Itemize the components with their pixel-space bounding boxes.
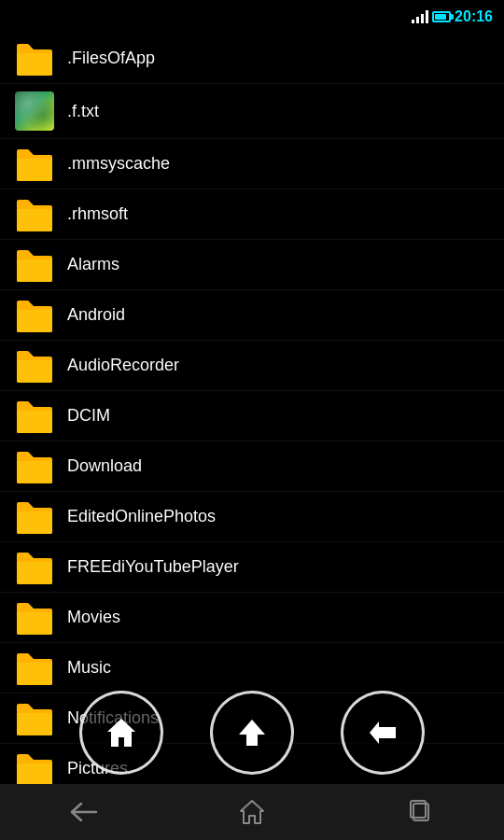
signal-icon — [412, 10, 428, 23]
file-name: AudioRecorder — [67, 356, 179, 375]
list-item[interactable]: Music — [0, 643, 504, 693]
folder-icon — [15, 147, 54, 181]
back-nav-button[interactable] — [341, 691, 425, 775]
folder-icon — [15, 752, 54, 785]
list-item[interactable]: .FilesOfApp — [0, 34, 504, 84]
up-nav-button[interactable] — [210, 691, 294, 775]
folder-icon — [15, 299, 54, 332]
list-item[interactable]: Android — [0, 290, 504, 341]
file-name: Download — [67, 456, 142, 476]
file-name: .FilesOfApp — [67, 49, 155, 68]
folder-icon — [15, 399, 54, 433]
up-arrow-icon — [235, 716, 269, 749]
system-back-icon — [70, 802, 98, 822]
folder-icon — [15, 198, 54, 231]
file-name: .f.txt — [67, 102, 99, 121]
folder-icon — [15, 702, 54, 735]
list-item[interactable]: Movies — [0, 593, 504, 643]
list-item[interactable]: EditedOnlinePhotos — [0, 492, 504, 542]
system-back-button[interactable] — [56, 793, 112, 831]
file-name: DCIM — [67, 406, 110, 426]
list-item[interactable]: .mmsyscache — [0, 139, 504, 189]
system-recents-button[interactable] — [392, 793, 448, 831]
bottom-nav-bar — [0, 784, 504, 840]
list-item[interactable]: FREEdiYouTubePlayer — [0, 542, 504, 593]
file-name: Alarms — [67, 255, 119, 274]
folder-icon — [15, 248, 54, 282]
home-nav-button[interactable] — [79, 691, 163, 775]
folder-icon — [15, 551, 54, 584]
system-recents-icon — [408, 800, 432, 824]
folder-icon — [15, 601, 54, 635]
folder-icon — [15, 450, 54, 483]
svg-marker-0 — [107, 719, 135, 747]
folder-icon — [15, 349, 54, 383]
file-name: Music — [67, 658, 111, 678]
list-item[interactable]: AudioRecorder — [0, 341, 504, 391]
list-item[interactable]: .f.txt — [0, 84, 504, 139]
svg-marker-4 — [241, 801, 263, 823]
list-item[interactable]: Download — [0, 441, 504, 492]
list-item[interactable]: Alarms — [0, 240, 504, 290]
file-list: .FilesOfApp .f.txt .mmsyscache — [0, 34, 504, 784]
file-name: .mmsyscache — [67, 154, 170, 174]
file-name: .rhmsoft — [67, 204, 128, 224]
system-home-icon — [239, 799, 265, 825]
left-arrow-icon — [366, 716, 399, 749]
folder-icon — [15, 651, 54, 685]
system-home-button[interactable] — [224, 793, 280, 831]
file-icon — [15, 91, 54, 131]
file-name: Movies — [67, 608, 120, 627]
svg-marker-2 — [370, 721, 396, 744]
list-item[interactable]: .rhmsoft — [0, 189, 504, 240]
svg-marker-1 — [239, 720, 265, 746]
file-name: Android — [67, 305, 125, 325]
status-bar: 20:16 — [0, 0, 504, 34]
file-name: FREEdiYouTubePlayer — [67, 557, 239, 577]
folder-icon — [15, 500, 54, 534]
battery-icon — [432, 11, 451, 22]
home-icon — [104, 715, 139, 750]
status-icons: 20:16 — [412, 8, 493, 25]
status-time: 20:16 — [455, 8, 493, 25]
list-item[interactable]: DCIM — [0, 391, 504, 441]
file-name: EditedOnlinePhotos — [67, 507, 216, 526]
folder-icon — [15, 42, 54, 76]
